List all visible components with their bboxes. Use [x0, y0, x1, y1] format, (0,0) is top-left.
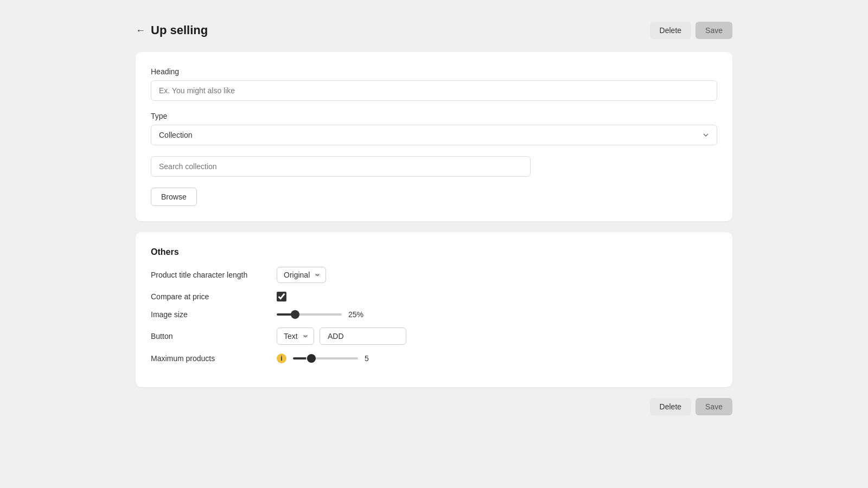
- button-label: Button: [151, 332, 270, 341]
- image-size-slider[interactable]: [277, 313, 342, 316]
- button-row: Button Text Icon: [151, 328, 717, 345]
- button-text-input[interactable]: [320, 328, 406, 345]
- search-group: [151, 156, 717, 177]
- compare-at-price-row: Compare at price: [151, 292, 717, 301]
- footer-delete-button[interactable]: Delete: [650, 398, 691, 415]
- compare-at-price-label: Compare at price: [151, 292, 270, 301]
- heading-input[interactable]: [151, 80, 717, 101]
- product-title-label: Product title character length: [151, 271, 270, 279]
- image-size-value: 25%: [348, 310, 365, 319]
- button-controls: Text Icon: [277, 328, 406, 345]
- image-size-row: Image size 25%: [151, 310, 717, 319]
- maximum-products-row: Maximum products i 5: [151, 354, 717, 363]
- heading-label: Heading: [151, 67, 717, 76]
- image-size-label: Image size: [151, 310, 270, 319]
- header-save-button[interactable]: Save: [695, 22, 732, 39]
- max-products-value: 5: [365, 354, 381, 363]
- type-select[interactable]: Collection Product Manual: [151, 125, 717, 145]
- title-group: ← Up selling: [136, 23, 208, 37]
- back-button[interactable]: ←: [136, 25, 145, 36]
- page-title: Up selling: [151, 23, 208, 37]
- page-header: ← Up selling Delete Save: [136, 22, 732, 39]
- max-products-slider[interactable]: [293, 357, 358, 359]
- others-card: Others Product title character length Or…: [136, 232, 732, 387]
- product-title-select[interactable]: Original 25 50 75 100: [277, 267, 326, 283]
- heading-group: Heading: [151, 67, 717, 101]
- search-collection-input[interactable]: [151, 156, 531, 177]
- info-icon: i: [277, 354, 286, 363]
- image-size-slider-container: 25%: [277, 310, 365, 319]
- browse-button[interactable]: Browse: [151, 188, 197, 206]
- main-card: Heading Type Collection Product Manual B…: [136, 52, 732, 221]
- max-products-slider-container: 5: [293, 354, 381, 363]
- header-actions: Delete Save: [650, 22, 732, 39]
- compare-at-price-checkbox[interactable]: [277, 292, 286, 301]
- header-delete-button[interactable]: Delete: [650, 22, 691, 39]
- type-group: Type Collection Product Manual: [151, 112, 717, 145]
- button-type-select[interactable]: Text Icon: [277, 328, 314, 345]
- maximum-products-label: Maximum products: [151, 354, 270, 363]
- browse-group: Browse: [151, 188, 717, 206]
- type-label: Type: [151, 112, 717, 120]
- others-title: Others: [151, 247, 717, 257]
- product-title-row: Product title character length Original …: [151, 267, 717, 283]
- footer-save-button[interactable]: Save: [695, 398, 732, 415]
- footer-actions: Delete Save: [136, 398, 732, 415]
